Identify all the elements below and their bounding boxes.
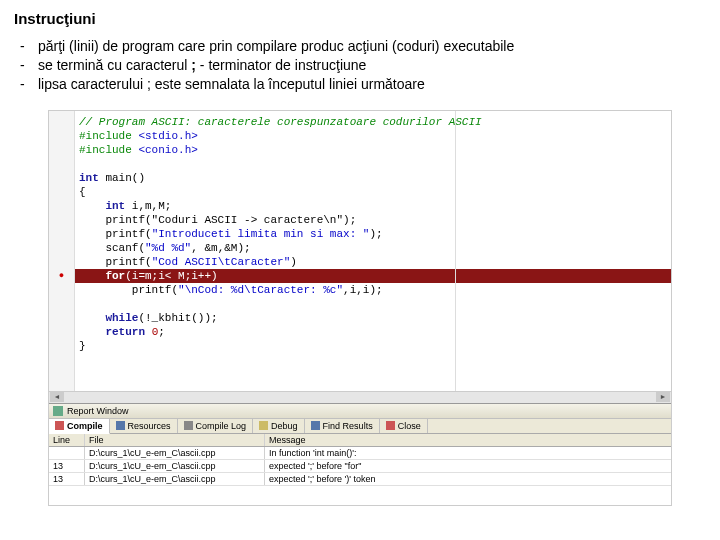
col-file[interactable]: File	[85, 434, 265, 446]
tab-icon	[116, 421, 125, 430]
bullet-item: părţi (linii) de program care prin compi…	[38, 37, 706, 56]
scroll-left-icon[interactable]: ◄	[50, 392, 64, 402]
code-line[interactable]: for(i=m;i< M;i++)	[75, 269, 671, 283]
tab-debug[interactable]: Debug	[253, 419, 305, 433]
code-line[interactable]: scanf("%d %d", &m,&M);	[75, 241, 671, 255]
error-row[interactable]: 13D:\curs_1\cU_e-em_C\ascii.cppexpected …	[49, 460, 671, 473]
code-editor[interactable]: ● // Program ASCII: caracterele corespun…	[49, 111, 671, 391]
panel-title-text: Report Window	[67, 406, 129, 416]
code-line[interactable]: printf("Coduri ASCII -> caractere\n");	[75, 213, 671, 227]
compile-grid[interactable]: Line File Message D:\curs_1\cU_e-em_C\as…	[49, 434, 671, 486]
print-margin	[455, 111, 456, 391]
code-line[interactable]: int i,m,M;	[75, 199, 671, 213]
tab-icon	[259, 421, 268, 430]
tab-icon	[184, 421, 193, 430]
col-line[interactable]: Line	[49, 434, 85, 446]
report-panel: Report Window CompileResourcesCompile Lo…	[49, 403, 671, 486]
code-line[interactable]: while(!_kbhit());	[75, 311, 671, 325]
horizontal-scrollbar[interactable]: ◄ ►	[49, 391, 671, 403]
page-title: Instrucţiuni	[0, 0, 720, 33]
tab-find-results[interactable]: Find Results	[305, 419, 380, 433]
code-line[interactable]	[75, 157, 671, 171]
tab-compile-log[interactable]: Compile Log	[178, 419, 254, 433]
code-line[interactable]: // Program ASCII: caracterele corespunza…	[75, 115, 671, 129]
scroll-right-icon[interactable]: ►	[656, 392, 670, 402]
error-row[interactable]: 13D:\curs_1\cU_e-em_C\ascii.cppexpected …	[49, 473, 671, 486]
bullet-item: se termină cu caracterul ; - terminator …	[38, 56, 706, 75]
bullet-item: lipsa caracterului ; este semnalata la î…	[38, 75, 706, 94]
code-line[interactable]: return 0;	[75, 325, 671, 339]
code-line[interactable]: printf("Cod ASCII\tCaracter")	[75, 255, 671, 269]
code-line[interactable]: #include <conio.h>	[75, 143, 671, 157]
panel-titlebar[interactable]: Report Window	[49, 404, 671, 419]
report-icon	[53, 406, 63, 416]
tab-icon	[386, 421, 395, 430]
code-line[interactable]: printf("\nCod: %d\tCaracter: %c",i,i);	[75, 283, 671, 297]
col-message[interactable]: Message	[265, 434, 671, 446]
code-gutter: ●	[49, 111, 75, 391]
code-line[interactable]: #include <stdio.h>	[75, 129, 671, 143]
code-line[interactable]	[75, 297, 671, 311]
tab-icon	[55, 421, 64, 430]
code-line[interactable]: }	[75, 339, 671, 353]
ide-window: ● // Program ASCII: caracterele corespun…	[48, 110, 672, 506]
tab-resources[interactable]: Resources	[110, 419, 178, 433]
panel-tabs: CompileResourcesCompile LogDebugFind Res…	[49, 419, 671, 434]
code-lines[interactable]: // Program ASCII: caracterele corespunza…	[75, 111, 671, 391]
code-line[interactable]: int main()	[75, 171, 671, 185]
error-row[interactable]: D:\curs_1\cU_e-em_C\ascii.cppIn function…	[49, 447, 671, 460]
tab-close[interactable]: Close	[380, 419, 428, 433]
tab-compile[interactable]: Compile	[49, 419, 110, 434]
bullet-list: -părţi (linii) de program care prin comp…	[0, 33, 720, 104]
code-line[interactable]: {	[75, 185, 671, 199]
code-line[interactable]: printf("Introduceti limita min si max: "…	[75, 227, 671, 241]
tab-icon	[311, 421, 320, 430]
